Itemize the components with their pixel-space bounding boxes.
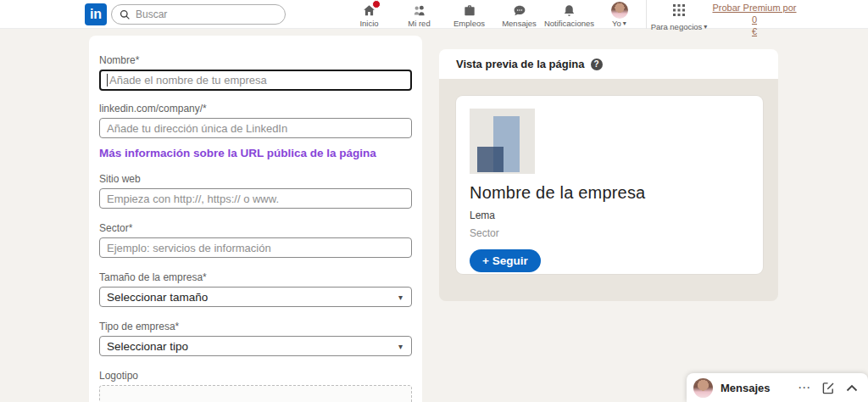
company-name-input[interactable] (99, 70, 412, 91)
logo-upload-dropzone[interactable]: Seleccionar archivo Cargar para previsua… (99, 385, 412, 402)
nav-item-me[interactable]: Yo ▾ (594, 0, 644, 29)
selected-type-value: Seleccionar tipo (107, 340, 188, 353)
url-label: linkedin.com/company/* (99, 103, 412, 114)
nav-item-home[interactable]: Inicio (344, 0, 394, 29)
nav-divider (646, 0, 647, 29)
preview-tagline: Lema (470, 209, 749, 221)
company-size-select[interactable]: Seleccionar tamaño ▾ (99, 287, 412, 307)
nav-item-for-business[interactable]: Para negocios ▾ (649, 0, 709, 29)
website-input[interactable] (99, 188, 412, 209)
company-logo-placeholder (470, 109, 535, 174)
grid-icon (672, 3, 686, 20)
me-avatar (611, 2, 628, 19)
nav-label: Yo (612, 19, 621, 28)
premium-text-line1: Probar Premium por 0 (712, 3, 796, 25)
company-form-card: Nombre* linkedin.com/company/* Más infor… (89, 36, 422, 402)
company-preview-card: Nombre de la empresa Lema Sector + Segui… (456, 96, 763, 274)
chevron-down-icon: ▾ (398, 293, 403, 302)
nav-label: Mensajes (502, 19, 537, 28)
preview-industry: Sector (470, 227, 749, 239)
company-size-label: Tamaño de la empresa* (99, 271, 412, 283)
more-options-icon[interactable]: ⋯ (798, 383, 811, 392)
nav-item-network[interactable]: Mi red (394, 0, 444, 29)
website-label: Sitio web (99, 173, 412, 185)
briefcase-icon (462, 3, 477, 18)
chevron-down-icon: ▾ (704, 23, 707, 31)
messaging-dock[interactable]: Mensajes ⋯ (687, 373, 868, 402)
selected-size-value: Seleccionar tamaño (107, 291, 208, 304)
page-preview-panel: Vista previa de la página ? Nombre de la… (439, 49, 778, 301)
nav-label: Mi red (408, 19, 430, 28)
preview-body: Nombre de la empresa Lema Sector + Segui… (439, 79, 778, 301)
dock-title: Mensajes (721, 382, 790, 394)
chevron-up-icon[interactable] (846, 384, 858, 392)
name-label: Nombre* (99, 54, 412, 66)
primary-nav: Inicio Mi red Empleos (344, 0, 644, 29)
bell-icon (562, 3, 576, 18)
company-type-select[interactable]: Seleccionar tipo ▾ (99, 336, 412, 356)
nav-label: Para negocios (651, 22, 703, 31)
company-url-input[interactable] (99, 118, 412, 138)
company-type-label: Tipo de empresa* (99, 321, 412, 332)
nav-item-jobs[interactable]: Empleos (444, 0, 494, 29)
premium-upsell-link[interactable]: Probar Premium por 0 € (710, 3, 798, 37)
preview-title: Vista previa de la página (456, 58, 585, 70)
nav-item-messaging[interactable]: Mensajes (494, 0, 544, 29)
url-help-link[interactable]: Más información sobre la URL pública de … (99, 147, 376, 159)
nav-label: Notificaciones (544, 19, 594, 28)
industry-input[interactable] (99, 237, 412, 258)
messaging-icon (512, 3, 527, 18)
linkedin-logo[interactable]: in (85, 3, 107, 25)
notification-dot (372, 0, 381, 8)
chevron-down-icon: ▾ (398, 342, 403, 351)
dock-avatar (693, 378, 713, 398)
logo-bar-dark (477, 147, 504, 171)
nav-item-notifications[interactable]: Notificaciones (544, 0, 594, 29)
preview-company-name: Nombre de la empresa (470, 183, 749, 203)
search-bar[interactable] (111, 4, 286, 25)
text-cursor (107, 74, 108, 87)
help-icon[interactable]: ? (591, 59, 603, 70)
chevron-down-icon: ▾ (623, 20, 626, 27)
top-navigation-bar: in Inicio (0, 0, 868, 29)
preview-header: Vista previa de la página ? (439, 49, 778, 79)
compose-icon[interactable] (822, 382, 835, 394)
follow-button[interactable]: + Seguir (470, 249, 541, 272)
industry-label: Sector* (99, 222, 412, 234)
search-icon (120, 9, 131, 20)
nav-label: Empleos (453, 19, 485, 28)
network-icon (411, 3, 427, 18)
nav-label: Inicio (359, 19, 378, 28)
premium-text-line2: € (752, 26, 757, 36)
search-input[interactable] (136, 8, 263, 20)
logo-label: Logotipo (99, 370, 412, 382)
